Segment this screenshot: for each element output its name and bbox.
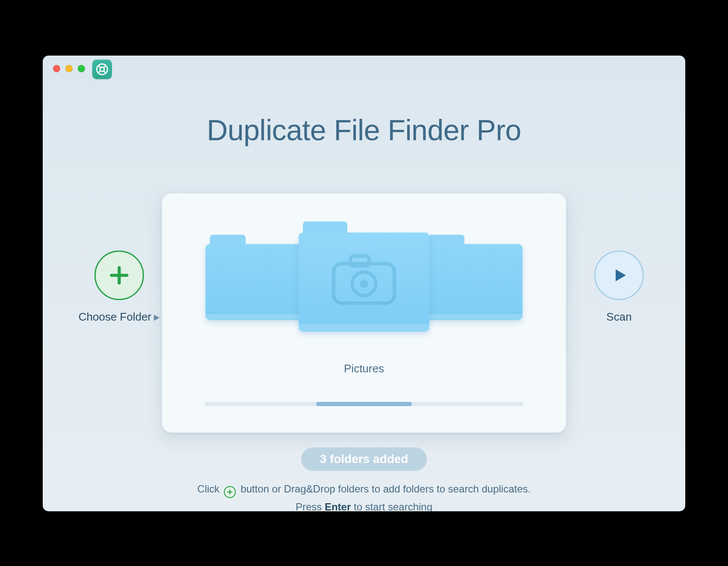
folder-carousel [162,218,566,346]
hint-1-mid: button or Drag&Drop folders to add folde… [241,483,531,495]
hint-line-1: Click button or Drag&Drop folders to add… [43,483,685,498]
app-window: Duplicate File Finder Pro [43,56,685,511]
folder-item-selected[interactable] [299,233,429,332]
hint-line-2: Press Enter to start searching [43,501,685,511]
svg-point-1 [100,67,104,71]
lifebuoy-icon [96,63,109,76]
folder-item-right[interactable] [424,244,523,320]
scan-label: Scan [606,310,631,324]
selected-folder-label: Pictures [162,362,566,375]
choose-folder-block: Choose Folder ▶ [73,251,166,324]
folder-drop-card[interactable]: Pictures [162,193,566,433]
hint-2-bold: Enter [325,501,351,511]
scan-block: Scan [583,251,655,324]
help-button[interactable] [92,59,112,79]
zoom-window-button[interactable] [78,65,85,72]
carousel-scrollbar[interactable] [205,402,523,406]
folders-added-chip: 3 folders added [301,447,427,471]
play-icon [609,265,629,286]
close-window-button[interactable] [53,65,60,72]
svg-point-5 [360,280,368,288]
choose-folder-label[interactable]: Choose Folder ▶ [79,310,160,324]
traffic-lights [53,65,85,72]
choose-folder-text: Choose Folder [79,310,152,324]
plus-icon-inline [224,486,236,498]
scan-button[interactable] [594,251,644,300]
choose-folder-button[interactable] [94,251,144,300]
svg-rect-3 [350,256,369,266]
hint-2-post: to start searching [354,501,432,511]
plus-icon [108,264,131,287]
app-title: Duplicate File Finder Pro [43,113,685,147]
hint-2-pre: Press [296,501,325,511]
hint-1-pre: Click [197,483,223,495]
minimize-window-button[interactable] [65,65,73,72]
camera-icon [332,254,396,305]
carousel-scrollbar-thumb[interactable] [316,402,412,406]
chevron-right-icon: ▶ [154,312,160,322]
folder-item-left[interactable] [205,244,304,320]
